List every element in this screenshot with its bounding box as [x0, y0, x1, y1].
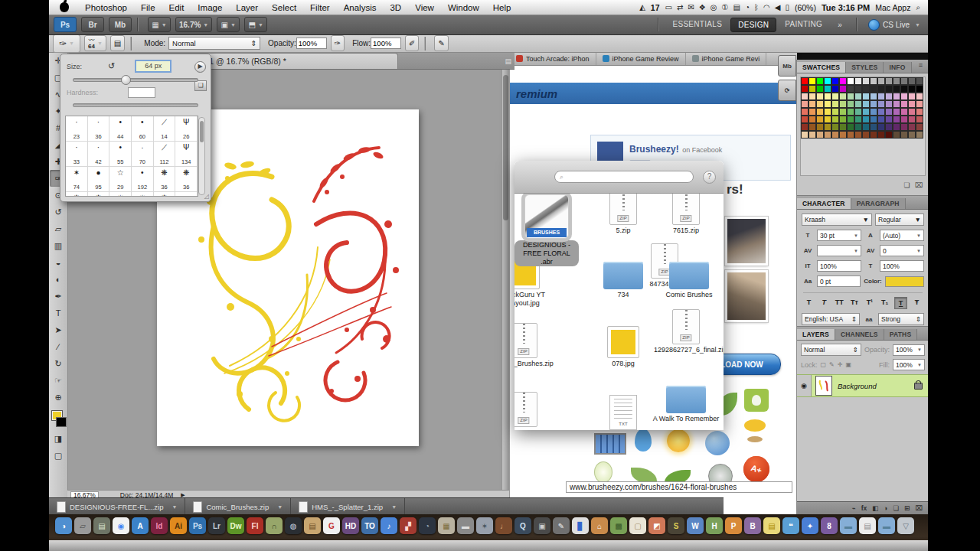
menu-item[interactable]: File — [134, 3, 162, 12]
brush-preset[interactable]: -11 — [175, 192, 198, 197]
color-swatch[interactable] — [831, 100, 839, 108]
fan-photo[interactable] — [725, 217, 768, 266]
color-swatch[interactable] — [824, 108, 831, 116]
color-swatch[interactable] — [847, 100, 854, 108]
color-swatch[interactable] — [877, 116, 885, 123]
tablet-pressure-icon[interactable]: ✎ — [434, 35, 448, 51]
download-caret-icon[interactable]: ▼ — [391, 504, 397, 510]
brush-preset[interactable]: ·36 — [88, 116, 110, 142]
color-swatch[interactable] — [900, 108, 908, 116]
color-swatch[interactable] — [816, 123, 824, 131]
color-swatch[interactable] — [870, 93, 877, 100]
color-swatch[interactable] — [854, 93, 862, 100]
fan-photo[interactable] — [725, 270, 768, 322]
toggle-brush-panel-button[interactable]: ▤ — [110, 35, 125, 51]
dock-app-icon[interactable]: S — [668, 517, 684, 534]
finder-file[interactable]: 1292862727_6_final.zip — [654, 308, 718, 354]
dock-app-icon[interactable]: ◔ — [419, 517, 436, 534]
brush-preset[interactable]: ⟋14 — [154, 116, 176, 142]
color-swatch[interactable] — [847, 123, 854, 131]
color-swatch[interactable] — [839, 108, 847, 116]
color-swatch[interactable] — [839, 93, 847, 100]
dock-app-icon[interactable]: Lr — [208, 517, 225, 534]
finder-help-button[interactable]: ? — [703, 171, 716, 184]
layer-fill-input[interactable]: 100%▼ — [893, 359, 925, 370]
color-swatch[interactable] — [801, 123, 808, 131]
dock-app-icon[interactable]: Fl — [247, 517, 263, 534]
finder-file[interactable]: Comic_Brushes.zip — [514, 321, 556, 368]
dock-app-icon[interactable]: ✶ — [476, 517, 493, 534]
vertical-scale-input[interactable]: 100% — [817, 260, 861, 272]
panel-tab[interactable]: STYLES — [846, 62, 884, 73]
color-swatch[interactable] — [900, 93, 908, 100]
color-swatch[interactable] — [801, 93, 808, 100]
blend-mode-select[interactable]: Normal⇕ — [168, 37, 260, 50]
tool-button[interactable]: ☞ — [50, 372, 67, 389]
color-swatch[interactable] — [862, 108, 870, 116]
view-extras-button[interactable]: ▦▼ — [148, 17, 171, 32]
menu-item[interactable]: Photoshop — [78, 3, 134, 12]
browser-tab[interactable]: Touch Arcade: iPhon — [510, 52, 596, 65]
brush-preset[interactable]: ·33 — [66, 142, 88, 167]
color-swatch[interactable] — [893, 93, 900, 100]
color-swatch[interactable] — [885, 85, 893, 93]
tool-button[interactable]: ↺ — [50, 204, 67, 220]
dock-app-icon[interactable]: ▱ — [74, 517, 91, 534]
color-swatch[interactable] — [824, 100, 831, 108]
color-swatch[interactable] — [893, 131, 900, 139]
menu-item[interactable]: 3D — [383, 3, 408, 12]
size-slider[interactable] — [73, 78, 198, 82]
brush-preset[interactable]: •192 — [132, 167, 154, 192]
tool-button[interactable]: ▱ — [50, 220, 67, 237]
leading-input[interactable]: (Auto)▼ — [880, 230, 924, 241]
color-swatch[interactable] — [862, 85, 870, 93]
dock-app-icon[interactable]: ▬ — [878, 517, 895, 534]
format-button[interactable]: Tᴛ — [849, 297, 861, 308]
lock-option-icon[interactable]: ✛ — [838, 361, 843, 368]
panel-tab[interactable]: CHARACTER — [797, 198, 851, 209]
color-swatch[interactable] — [885, 123, 893, 131]
color-swatch[interactable] — [801, 131, 808, 139]
color-swatch[interactable] — [824, 116, 831, 123]
dock-app-icon[interactable]: ▤ — [93, 517, 110, 534]
format-button[interactable]: T — [803, 297, 815, 308]
status-icon[interactable]: ▤ — [733, 3, 740, 11]
status-icon[interactable]: ❖ — [699, 3, 706, 11]
finder-search-field[interactable]: ⌕ — [554, 171, 694, 183]
color-swatch[interactable] — [831, 108, 839, 116]
dock-app-icon[interactable]: Ps — [189, 517, 206, 534]
color-swatch[interactable] — [808, 123, 816, 131]
color-swatch[interactable] — [831, 123, 839, 131]
brush-preset[interactable]: Ψ26 — [175, 116, 198, 142]
dock-app-icon[interactable]: HD — [342, 517, 359, 534]
dock-app-icon[interactable]: ▬ — [840, 517, 857, 534]
font-style-select[interactable]: Regular▼ — [875, 214, 924, 226]
brush-preset[interactable]: ✳66 — [109, 192, 132, 197]
color-swatch[interactable] — [801, 108, 808, 116]
color-swatch[interactable] — [831, 85, 839, 93]
dock-app-icon[interactable]: ◉ — [113, 517, 129, 534]
browser-tab[interactable]: iPhone Game Revi — [686, 52, 767, 65]
color-swatch[interactable] — [900, 116, 908, 123]
menu-item[interactable]: View — [408, 3, 441, 12]
color-swatch[interactable] — [816, 93, 824, 100]
color-swatch[interactable] — [893, 85, 900, 93]
panel-tab[interactable]: CHANNELS — [835, 329, 884, 340]
color-swatch[interactable] — [885, 116, 893, 123]
brush-preset[interactable]: ✳39 — [132, 192, 154, 197]
dock-app-icon[interactable]: ▊ — [572, 517, 589, 534]
finder-file[interactable]: DESIGNIOUS-FREE-FLORAL-brush_.zip — [514, 390, 556, 430]
tool-button[interactable]: ∕ — [50, 338, 67, 355]
dock-app-icon[interactable]: Ai — [170, 517, 187, 534]
dock-app-icon[interactable]: ▣ — [534, 517, 550, 534]
color-swatch[interactable] — [824, 77, 831, 85]
tool-button[interactable]: ◒ — [50, 254, 67, 271]
brush-preset[interactable]: ·23 — [66, 116, 88, 142]
screen-mode-button[interactable]: ⬒▼ — [244, 17, 267, 32]
color-swatch[interactable] — [893, 116, 900, 123]
panel-tab[interactable]: INFO — [884, 62, 911, 73]
menu-item[interactable]: Analysis — [337, 3, 384, 12]
menu-item[interactable]: Window — [441, 3, 486, 12]
color-swatch[interactable] — [854, 100, 862, 108]
status-icon[interactable]: ✉ — [688, 3, 694, 11]
